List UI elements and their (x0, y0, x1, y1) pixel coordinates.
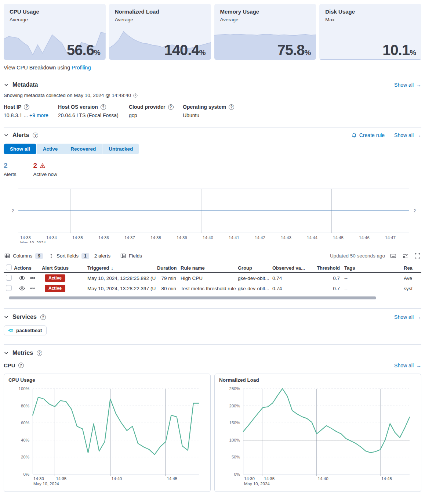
profiling-link[interactable]: Profiling (72, 65, 91, 71)
chevron-down-icon[interactable] (4, 350, 9, 356)
alerts-filter-recovered[interactable]: Recovered (64, 144, 102, 154)
svg-text:May 10, 2024: May 10, 2024 (20, 241, 46, 243)
alerts-timeline-chart: 2214:3314:3414:3514:3614:3714:3814:3914:… (4, 187, 421, 243)
metadata-show-all-link[interactable]: Show all (394, 82, 421, 88)
help-icon[interactable] (40, 314, 46, 320)
svg-text:14:47: 14:47 (385, 235, 396, 240)
observed-value-cell: 0.74 (272, 286, 313, 291)
alerts-total-stat: 2 Alerts (4, 162, 17, 177)
profiling-text: View CPU Breakdown using (4, 65, 70, 71)
alert-status-badge: Active (45, 285, 65, 292)
help-icon[interactable] (168, 104, 174, 110)
column-header-group[interactable]: Group (238, 265, 272, 271)
help-icon[interactable] (37, 350, 42, 356)
kpi-value: 56.6% (67, 42, 101, 58)
group-cell[interactable]: gke-dev-oblt... (238, 286, 272, 291)
row-checkbox-cell (4, 285, 14, 292)
rule-name-cell[interactable]: High CPU (181, 276, 238, 281)
chevron-down-icon[interactable] (4, 314, 9, 320)
kpi-card-disk-usage[interactable]: Disk UsageMax10.1% (319, 4, 421, 60)
alerts-count-label: 2 alerts (94, 253, 110, 259)
columns-button[interactable]: Columns 9 (4, 252, 44, 260)
fullscreen-button[interactable] (414, 252, 421, 260)
metadata-more-link[interactable]: +9 more (29, 112, 48, 118)
column-header-rule-name[interactable]: Rule name (181, 265, 238, 271)
horizontal-scrollbar[interactable] (9, 296, 376, 299)
svg-text:2: 2 (12, 209, 14, 213)
column-header-triggered[interactable]: Triggered (87, 265, 157, 271)
svg-text:14:35: 14:35 (72, 235, 83, 240)
chevron-down-icon[interactable] (4, 133, 9, 138)
column-header-tags[interactable]: Tags (344, 265, 404, 271)
metadata-title: Metadata (12, 82, 38, 88)
alerts-show-all-link[interactable]: Show all (394, 132, 421, 138)
svg-text:250%: 250% (229, 386, 240, 391)
view-alert-eye-icon[interactable] (19, 275, 25, 281)
fields-button[interactable]: Fields (120, 252, 143, 259)
actions-menu-icon[interactable] (30, 286, 35, 291)
alerts-filter-untracked[interactable]: Untracked (102, 144, 139, 154)
create-rule-link[interactable]: Create rule (352, 132, 385, 138)
svg-text:14:30: 14:30 (244, 476, 255, 481)
row-checkbox[interactable] (6, 275, 12, 281)
column-header-rea[interactable]: Rea (404, 265, 423, 271)
column-header-duration[interactable]: Duration (157, 265, 181, 271)
sort-count-badge: 1 (81, 253, 89, 259)
help-icon[interactable] (18, 363, 24, 368)
svg-text:14:33: 14:33 (20, 235, 31, 240)
kpi-value-number: 56.6 (67, 42, 94, 58)
column-header-observed-va-[interactable]: Observed va... (272, 265, 313, 271)
chevron-down-icon[interactable] (4, 82, 9, 87)
kpi-value-number: 140.4 (164, 42, 199, 58)
help-icon[interactable] (24, 104, 29, 110)
alert-status-badge: Active (45, 274, 65, 282)
kpi-card-normalized-load[interactable]: Normalized LoadAverage140.4% (109, 4, 211, 60)
kpi-subtitle: Average (10, 17, 100, 22)
svg-text:14:45: 14:45 (167, 476, 177, 481)
metadata-field-cloud-provider: Cloud providergcp (129, 104, 183, 118)
metadata-value-text: Ubuntu (183, 112, 199, 118)
kpi-value-unit: % (304, 48, 311, 57)
metadata-field-label-text: Host IP (4, 104, 21, 110)
kpi-card-memory-usage[interactable]: Memory UsageAverage75.8% (214, 4, 316, 60)
services-show-all-link[interactable]: Show all (394, 314, 421, 320)
svg-text:14:44: 14:44 (307, 235, 317, 240)
alerts-active-stat: 2 Active now (33, 162, 57, 177)
keyboard-shortcuts-button[interactable] (389, 252, 397, 260)
metadata-value-text: 10.8.3.1 ... (4, 112, 29, 118)
metrics-show-all-link[interactable]: Show all (394, 363, 421, 368)
alert-table-row: ActiveMay 10, 2024, 13:28:25.892 (U79 mi… (4, 273, 421, 283)
display-options-button[interactable] (402, 252, 409, 260)
kpi-subtitle: Max (325, 17, 415, 22)
sort-fields-button[interactable]: Sort fields 1 (48, 252, 90, 260)
svg-text:150%: 150% (229, 421, 240, 425)
metadata-field-label-text: Cloud provider (129, 104, 166, 110)
actions-menu-icon[interactable] (30, 276, 35, 281)
metadata-field-value: Ubuntu (183, 112, 256, 118)
column-header-threshold[interactable]: Threshold (313, 265, 344, 271)
alerts-total-label: Alerts (4, 172, 17, 177)
duration-cell: 80 min (157, 286, 181, 291)
svg-text:80%: 80% (21, 404, 29, 408)
help-icon[interactable] (229, 104, 234, 110)
help-icon[interactable] (33, 133, 38, 138)
alerts-filter-show-all[interactable]: Show all (4, 144, 36, 154)
warning-icon (40, 163, 46, 169)
services-chips: packetbeat (4, 320, 421, 335)
alerts-filter-active[interactable]: Active (36, 144, 64, 154)
view-alert-eye-icon[interactable] (19, 285, 25, 291)
arrow-right-icon (416, 82, 421, 88)
help-icon[interactable] (101, 104, 106, 110)
column-header-alert-status[interactable]: Alert Status (42, 265, 87, 271)
kpi-card-cpu-usage[interactable]: CPU UsageAverage56.6% (4, 4, 106, 60)
column-header-actions[interactable]: Actions (14, 265, 42, 271)
select-all-checkbox[interactable] (6, 264, 12, 270)
kpi-value-unit: % (410, 48, 416, 57)
service-chip-packetbeat[interactable]: packetbeat (4, 325, 47, 335)
kpi-value-unit: % (199, 48, 206, 57)
group-cell[interactable]: gke-dev-oblt... (238, 276, 272, 281)
triggered-cell: May 10, 2024, 13:28:25.892 (U (87, 276, 157, 281)
rule-name-cell[interactable]: Test metric threshold rule (181, 286, 238, 291)
alerts-total-value: 2 (4, 162, 17, 170)
row-checkbox[interactable] (6, 285, 12, 291)
